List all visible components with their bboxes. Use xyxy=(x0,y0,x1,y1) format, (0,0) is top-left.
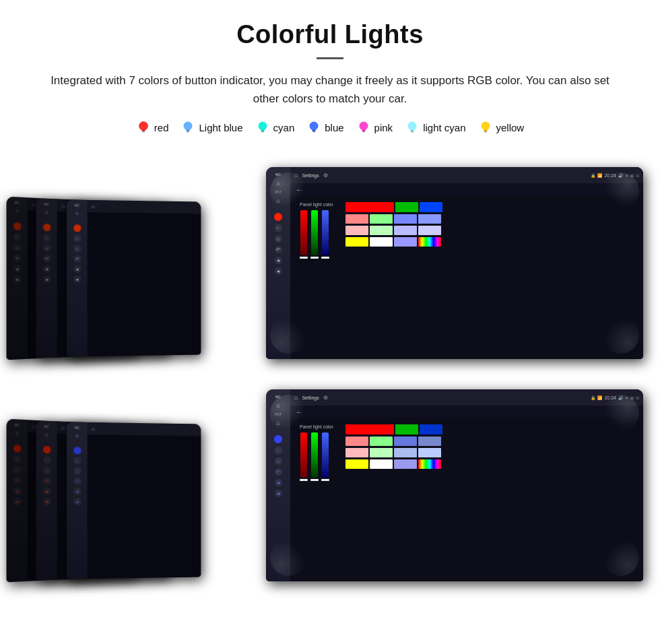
color-label-red: red xyxy=(154,122,169,133)
svg-rect-6 xyxy=(187,131,189,133)
svg-rect-21 xyxy=(484,131,487,133)
color-item-cyan: cyan xyxy=(255,120,295,135)
svg-point-7 xyxy=(258,122,267,131)
svg-rect-2 xyxy=(141,130,145,131)
svg-rect-17 xyxy=(411,130,414,131)
svg-rect-18 xyxy=(411,131,414,133)
color-label-light-cyan: light cyan xyxy=(423,122,465,133)
color-item-yellow: yellow xyxy=(478,120,525,135)
light-cyan-bulb-icon xyxy=(405,120,420,135)
svg-point-10 xyxy=(310,122,319,131)
device-stack-3: MC ⌂ ← ⌂ ↶ ◄ ◄ ⌂ xyxy=(67,200,201,357)
svg-point-16 xyxy=(408,122,417,131)
color-item-blue: blue xyxy=(306,120,343,135)
top-image-row: MC ⌂ ← ⌂ ↶ ◄ ◄ ⌂ xyxy=(7,154,653,369)
red-bulb-icon xyxy=(136,120,151,135)
settings-title-top: Settings xyxy=(302,173,319,178)
bottom-image-row: MC ⌂ ← ⌂ ↶ ◄ ◄ ⌂ xyxy=(7,376,653,591)
color-label-yellow: yellow xyxy=(496,122,525,133)
svg-rect-15 xyxy=(362,131,365,133)
title-divider xyxy=(317,57,343,59)
svg-rect-11 xyxy=(312,130,316,131)
svg-rect-9 xyxy=(261,131,264,133)
pink-bulb-icon xyxy=(356,120,371,135)
cyan-bulb-icon xyxy=(255,120,270,135)
color-item-light-cyan: light cyan xyxy=(405,120,465,135)
main-device-top: MC ⌂ RST ⌂ ← ⌂ ↶ ◄ ◄ ⌂ xyxy=(266,167,643,359)
screen-time-top: 20:24 xyxy=(604,173,616,178)
svg-rect-5 xyxy=(187,130,190,131)
color-item-red: red xyxy=(136,120,169,135)
svg-rect-20 xyxy=(484,130,487,131)
svg-rect-3 xyxy=(142,131,145,133)
svg-point-13 xyxy=(359,122,368,131)
svg-point-19 xyxy=(481,122,490,131)
color-item-pink: pink xyxy=(356,120,393,135)
color-label-pink: pink xyxy=(374,122,393,133)
yellow-bulb-icon xyxy=(478,120,493,135)
page-title: Colorful Lights xyxy=(27,20,633,49)
main-device-bottom: MC ⌂ RST ⌂ ← ⌂ ↶ ◄ ◄ ⌂ xyxy=(266,389,643,581)
panel-color-label-top: Panel light color xyxy=(300,202,333,207)
panel-color-label-bottom: Panel light color xyxy=(300,424,333,429)
color-label-light-blue: Light blue xyxy=(199,122,242,133)
svg-point-4 xyxy=(184,122,193,131)
svg-rect-14 xyxy=(362,130,365,131)
svg-rect-8 xyxy=(261,130,264,131)
description-text: Integrated with 7 colors of button indic… xyxy=(40,71,620,108)
screen-time-bottom: 20:24 xyxy=(604,395,616,400)
color-indicators-row: red Light blue cyan xyxy=(27,120,633,135)
settings-title-bottom: Settings xyxy=(302,395,319,400)
svg-rect-12 xyxy=(312,131,315,133)
color-label-cyan: cyan xyxy=(273,122,295,133)
device-stack-b3: MC ⌂ ← ⌂ ↶ ◄ ◄ ⌂ xyxy=(67,422,201,579)
light-blue-bulb-icon xyxy=(180,120,195,135)
blue-bulb-icon xyxy=(306,120,321,135)
color-item-light-blue: Light blue xyxy=(180,120,242,135)
color-label-blue: blue xyxy=(325,122,343,133)
page-header: Colorful Lights Integrated with 7 colors… xyxy=(0,0,660,154)
